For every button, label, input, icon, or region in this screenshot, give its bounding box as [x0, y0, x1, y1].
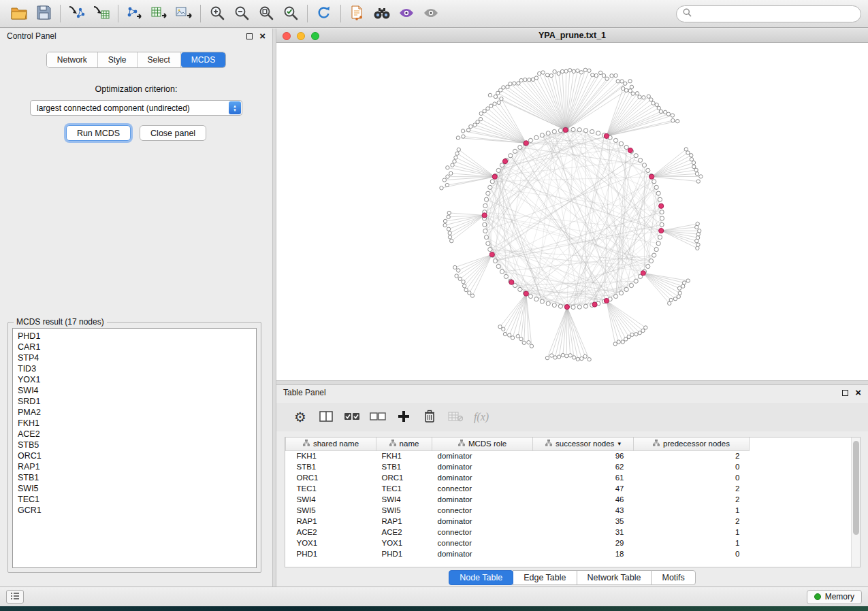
column-header-successor-nodes[interactable]: successor nodes▾ [533, 437, 634, 450]
cell-MCDS-role[interactable]: dominator [432, 450, 533, 461]
table-settings-button[interactable]: ⚙ [289, 407, 312, 427]
float-panel-icon[interactable] [246, 33, 253, 39]
result-node-item[interactable]: TEC1 [18, 494, 251, 505]
result-node-item[interactable]: STB1 [18, 472, 251, 483]
cell-shared-name[interactable]: STB1 [286, 461, 376, 472]
table-row[interactable]: STB1STB1dominator620 [286, 461, 750, 472]
cell-name[interactable]: YOX1 [376, 538, 432, 548]
result-node-item[interactable]: TID3 [18, 363, 251, 374]
tab-node-table[interactable]: Node Table [449, 570, 513, 585]
result-node-item[interactable]: SWI4 [18, 385, 251, 396]
cell-successor-nodes[interactable]: 43 [533, 505, 634, 516]
column-header-name[interactable]: name [376, 437, 432, 450]
zoom-out-button[interactable] [229, 3, 254, 24]
search-network-button[interactable] [370, 3, 394, 24]
import-table-button[interactable] [89, 3, 114, 24]
cell-MCDS-role[interactable]: connector [432, 527, 533, 538]
cell-MCDS-role[interactable]: dominator [432, 461, 533, 472]
delete-rows-button[interactable] [418, 407, 441, 427]
cell-predecessor-nodes[interactable]: 1 [634, 505, 750, 516]
zoom-fit-button[interactable] [254, 3, 278, 24]
export-table-button[interactable] [147, 3, 172, 24]
result-node-item[interactable]: STP4 [18, 352, 251, 363]
hide-graphics-button[interactable] [394, 3, 419, 24]
search-box[interactable] [676, 5, 861, 22]
network-canvas[interactable] [276, 44, 868, 380]
cell-predecessor-nodes[interactable]: 2 [634, 494, 750, 505]
result-node-item[interactable]: FKH1 [18, 418, 251, 429]
result-node-item[interactable]: ORC1 [18, 450, 251, 461]
table-row[interactable]: SWI5SWI5connector431 [286, 505, 750, 516]
show-graphics-button[interactable] [419, 3, 443, 24]
search-input[interactable] [695, 9, 854, 18]
cell-name[interactable]: SWI4 [376, 494, 432, 505]
tab-network-table[interactable]: Network Table [577, 570, 652, 585]
result-node-item[interactable]: STB5 [18, 440, 251, 450]
cell-name[interactable]: STB1 [376, 461, 432, 472]
cell-shared-name[interactable]: FKH1 [286, 450, 376, 461]
cell-name[interactable]: TEC1 [376, 483, 432, 494]
cell-successor-nodes[interactable]: 31 [533, 527, 634, 538]
cell-successor-nodes[interactable]: 62 [533, 461, 634, 472]
tab-edge-table[interactable]: Edge Table [513, 570, 577, 585]
cell-name[interactable]: ORC1 [376, 472, 432, 483]
cell-successor-nodes[interactable]: 29 [533, 538, 634, 548]
result-node-item[interactable]: PHD1 [18, 331, 251, 342]
table-row[interactable]: PHD1PHD1dominator180 [286, 548, 750, 559]
cell-shared-name[interactable]: ACE2 [286, 527, 376, 538]
import-network-button[interactable] [65, 3, 89, 24]
refresh-button[interactable] [312, 3, 336, 24]
result-node-item[interactable]: CAR1 [18, 342, 251, 352]
cell-name[interactable]: ACE2 [376, 527, 432, 538]
table-row[interactable]: RAP1RAP1dominator352 [286, 516, 750, 527]
cell-MCDS-role[interactable]: connector [432, 538, 533, 548]
table-row[interactable]: FKH1FKH1dominator962 [286, 450, 750, 461]
cell-predecessor-nodes[interactable]: 1 [634, 538, 750, 548]
save-button[interactable] [31, 3, 56, 24]
tab-mcds[interactable]: MCDS [181, 52, 225, 67]
export-network-button[interactable] [123, 3, 147, 24]
column-header-MCDS-role[interactable]: MCDS role [432, 437, 533, 450]
result-node-item[interactable]: SRD1 [18, 396, 251, 407]
cell-name[interactable]: RAP1 [376, 516, 432, 527]
table-row[interactable]: TEC1TEC1connector472 [286, 483, 750, 494]
close-panel-icon[interactable]: × [259, 33, 266, 39]
cell-predecessor-nodes[interactable]: 0 [634, 548, 750, 559]
table-scrollbar[interactable] [851, 437, 860, 567]
result-node-item[interactable]: ACE2 [18, 429, 251, 440]
cell-MCDS-role[interactable]: connector [432, 483, 533, 494]
mcds-result-list[interactable]: PHD1CAR1STP4TID3YOX1SWI4SRD1PMA2FKH1ACE2… [12, 328, 257, 568]
cell-shared-name[interactable]: PHD1 [286, 548, 376, 559]
run-mcds-button[interactable]: Run MCDS [66, 125, 131, 141]
close-window-icon[interactable] [283, 32, 291, 40]
cell-MCDS-role[interactable]: dominator [432, 494, 533, 505]
tab-style[interactable]: Style [98, 52, 138, 67]
cell-successor-nodes[interactable]: 18 [533, 548, 634, 559]
close-panel-button[interactable]: Close panel [140, 125, 206, 141]
cell-shared-name[interactable]: ORC1 [286, 472, 376, 483]
cell-MCDS-role[interactable]: dominator [432, 516, 533, 527]
function-builder-button[interactable]: f(x) [470, 407, 493, 427]
table-row[interactable]: ORC1ORC1dominator610 [286, 472, 750, 483]
result-node-item[interactable]: RAP1 [18, 461, 251, 472]
cell-successor-nodes[interactable]: 61 [533, 472, 634, 483]
optimization-dropdown[interactable]: largest connected component (undirected)… [30, 100, 242, 116]
table-row[interactable]: SWI4SWI4dominator462 [286, 494, 750, 505]
cell-predecessor-nodes[interactable]: 0 [634, 472, 750, 483]
table-row[interactable]: ACE2ACE2connector311 [286, 527, 750, 538]
status-menu-button[interactable] [6, 590, 24, 604]
cell-MCDS-role[interactable]: dominator [432, 548, 533, 559]
column-header-shared-name[interactable]: shared name [286, 437, 376, 450]
cell-predecessor-nodes[interactable]: 1 [634, 527, 750, 538]
cell-shared-name[interactable]: YOX1 [286, 538, 376, 548]
cell-shared-name[interactable]: SWI5 [286, 505, 376, 516]
cell-successor-nodes[interactable]: 46 [533, 494, 634, 505]
deselect-all-rows-button[interactable] [366, 407, 389, 427]
show-columns-button[interactable] [315, 407, 338, 427]
float-panel-icon[interactable] [842, 390, 848, 396]
cell-shared-name[interactable]: RAP1 [286, 516, 376, 527]
cell-MCDS-role[interactable]: dominator [432, 472, 533, 483]
cell-predecessor-nodes[interactable]: 2 [634, 516, 750, 527]
result-node-item[interactable]: PMA2 [18, 407, 251, 418]
tab-motifs[interactable]: Motifs [651, 570, 695, 585]
